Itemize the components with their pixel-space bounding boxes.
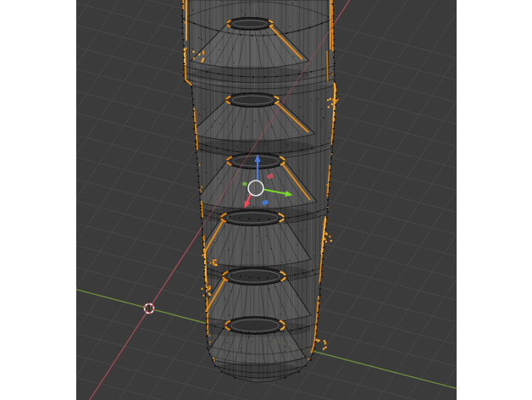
viewport-scene[interactable] [76, 0, 457, 400]
left-margin [0, 0, 76, 400]
blender-3d-viewport[interactable] [76, 0, 457, 400]
gizmo-center-ring[interactable] [248, 181, 263, 196]
right-margin [457, 0, 532, 400]
screenshot [0, 0, 532, 400]
